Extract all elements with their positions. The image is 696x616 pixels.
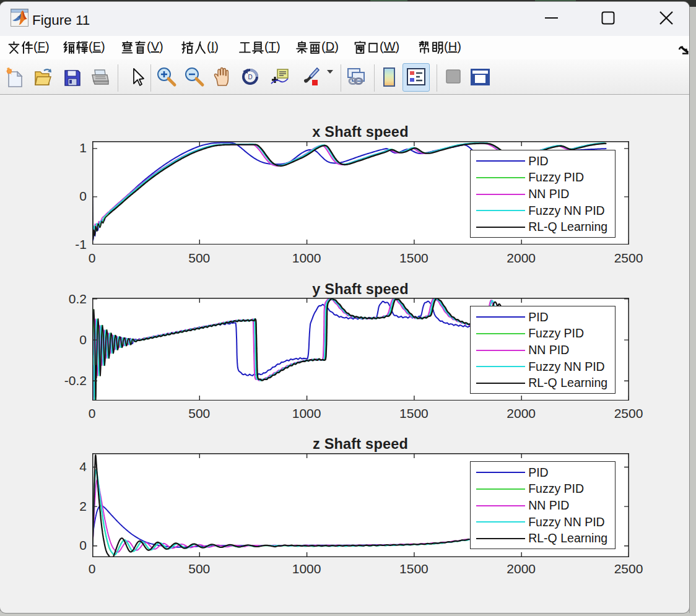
svg-text:D: D [248, 74, 252, 80]
